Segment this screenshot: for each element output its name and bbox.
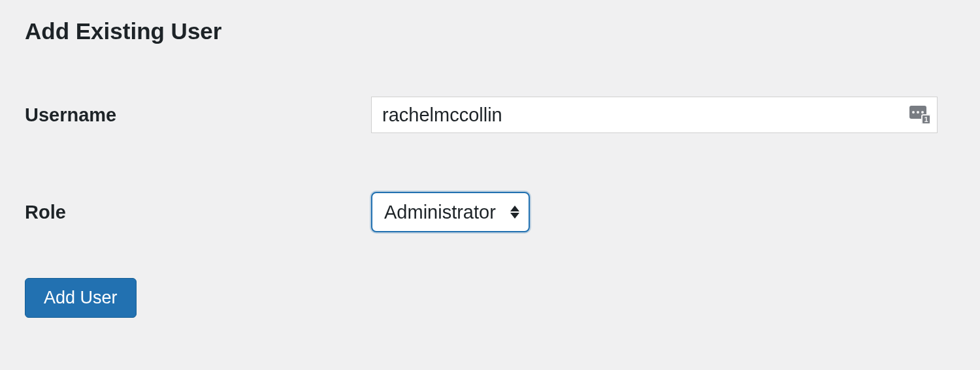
svg-point-1: [912, 111, 915, 114]
username-row: Username 1: [25, 97, 955, 133]
role-select[interactable]: Administrator: [371, 192, 530, 232]
page-title: Add Existing User: [25, 18, 955, 44]
role-label: Role: [25, 202, 371, 223]
username-input-wrapper: 1: [371, 97, 938, 133]
role-row: Role Administrator: [25, 192, 955, 232]
add-user-button[interactable]: Add User: [25, 278, 137, 318]
password-manager-icon: 1: [909, 105, 931, 125]
svg-text:1: 1: [924, 116, 928, 123]
username-label: Username: [25, 104, 371, 126]
username-input[interactable]: [371, 97, 938, 133]
role-select-wrapper: Administrator: [371, 192, 530, 232]
svg-point-3: [921, 111, 924, 114]
svg-point-2: [917, 111, 919, 114]
